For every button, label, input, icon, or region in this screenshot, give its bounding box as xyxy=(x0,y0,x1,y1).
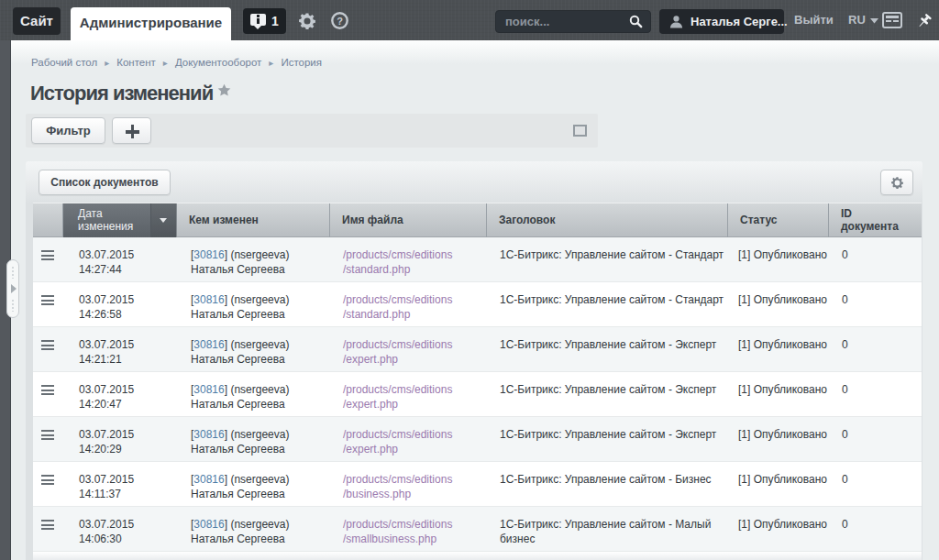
svg-text:?: ? xyxy=(337,16,343,27)
